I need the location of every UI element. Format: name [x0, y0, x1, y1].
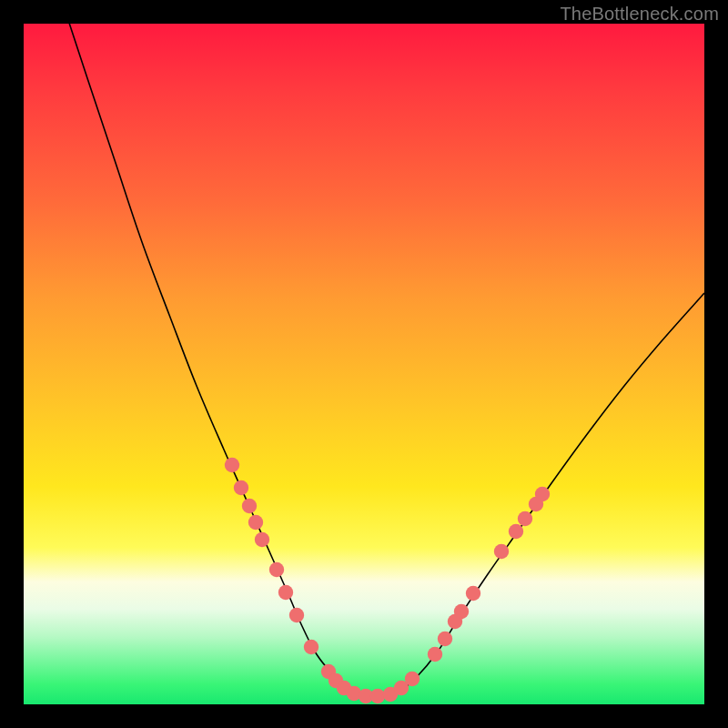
highlight-dot: [454, 604, 469, 619]
highlight-dot: [466, 586, 480, 601]
highlight-dot: [255, 532, 269, 547]
highlight-dot: [234, 480, 248, 495]
highlight-dot: [535, 487, 550, 501]
highlight-dot: [518, 511, 532, 526]
bottleneck-curve: [66, 24, 704, 698]
highlight-dot: [248, 515, 263, 530]
chart-svg: [24, 24, 704, 704]
plot-area: [24, 24, 704, 704]
highlight-dot: [242, 499, 257, 513]
highlight-dot: [289, 608, 304, 622]
watermark-text: TheBottleneck.com: [560, 4, 719, 25]
highlight-dot: [509, 524, 523, 539]
highlight-dot: [225, 458, 239, 472]
highlight-dot: [494, 544, 509, 559]
highlight-dot: [304, 640, 318, 654]
chart-frame: TheBottleneck.com: [0, 0, 728, 728]
highlight-dot: [269, 562, 284, 577]
highlight-dots-group: [225, 458, 550, 703]
highlight-dot: [370, 689, 385, 703]
highlight-dot: [438, 632, 452, 646]
highlight-dot: [428, 647, 442, 662]
highlight-dot: [405, 672, 420, 686]
highlight-dot: [278, 585, 293, 600]
